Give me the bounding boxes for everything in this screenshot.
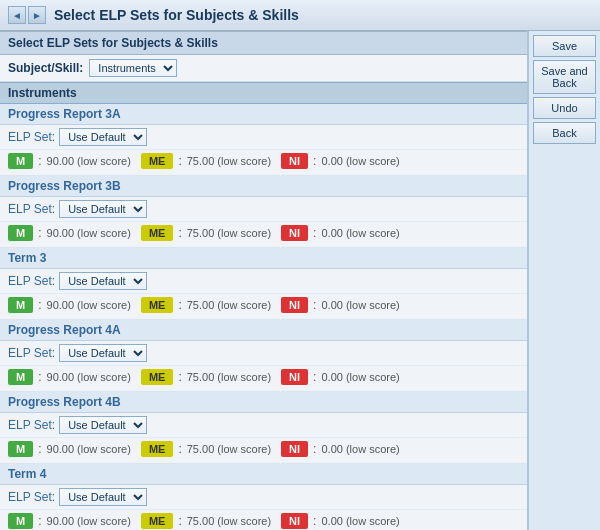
badge-m-report-4b: M (8, 441, 33, 457)
score-row-report-4a: M:90.00 (low score)ME:75.00 (low score)N… (0, 366, 527, 392)
score-row-report-3a: M:90.00 (low score)ME:75.00 (low score)N… (0, 150, 527, 176)
score-val-m-report-4a: 90.00 (low score) (47, 371, 131, 383)
left-panel: Select ELP Sets for Subjects & Skills Su… (0, 31, 528, 530)
forward-arrow[interactable]: ► (28, 6, 46, 24)
elp-set-row-report-3b: ELP Set: Use Default (0, 197, 527, 222)
elp-set-label-term-3: ELP Set: (8, 274, 55, 288)
badge-ni-term-4: NI (281, 513, 308, 529)
save-and-back-button[interactable]: Save andBack (533, 60, 596, 94)
report-header-term-3: Term 3 (0, 248, 527, 269)
score-val-ni-report-4b: 0.00 (low score) (321, 443, 399, 455)
score-val-ni-report-4a: 0.00 (low score) (321, 371, 399, 383)
subject-skill-select[interactable]: Instruments (89, 59, 177, 77)
elp-set-select-term-4[interactable]: Use Default (59, 488, 147, 506)
score-row-term-4: M:90.00 (low score)ME:75.00 (low score)N… (0, 510, 527, 530)
score-val-m-report-3b: 90.00 (low score) (47, 227, 131, 239)
badge-me-report-3b: ME (141, 225, 174, 241)
report-header-report-3b: Progress Report 3B (0, 176, 527, 197)
elp-set-select-report-3b[interactable]: Use Default (59, 200, 147, 218)
subject-skill-row: Subject/Skill: Instruments (0, 55, 527, 82)
score-val-m-term-3: 90.00 (low score) (47, 299, 131, 311)
score-val-me-report-3a: 75.00 (low score) (187, 155, 271, 167)
score-val-m-report-3a: 90.00 (low score) (47, 155, 131, 167)
elp-set-select-term-3[interactable]: Use Default (59, 272, 147, 290)
report-header-report-3a: Progress Report 3A (0, 104, 527, 125)
score-val-me-report-4a: 75.00 (low score) (187, 371, 271, 383)
elp-set-label-report-3a: ELP Set: (8, 130, 55, 144)
elp-set-label-report-3b: ELP Set: (8, 202, 55, 216)
back-arrow[interactable]: ◄ (8, 6, 26, 24)
elp-set-select-report-4a[interactable]: Use Default (59, 344, 147, 362)
report-header-term-4: Term 4 (0, 464, 527, 485)
score-val-ni-term-4: 0.00 (low score) (321, 515, 399, 527)
save-button[interactable]: Save (533, 35, 596, 57)
badge-me-term-3: ME (141, 297, 174, 313)
main-container: Select ELP Sets for Subjects & Skills Su… (0, 31, 600, 530)
title-bar: ◄ ► Select ELP Sets for Subjects & Skill… (0, 0, 600, 31)
score-val-me-report-3b: 75.00 (low score) (187, 227, 271, 239)
score-val-ni-term-3: 0.00 (low score) (321, 299, 399, 311)
elp-set-label-report-4b: ELP Set: (8, 418, 55, 432)
badge-ni-report-3b: NI (281, 225, 308, 241)
elp-set-row-term-4: ELP Set: Use Default (0, 485, 527, 510)
section-header: Instruments (0, 82, 527, 104)
report-header-report-4b: Progress Report 4B (0, 392, 527, 413)
badge-me-report-3a: ME (141, 153, 174, 169)
score-val-m-term-4: 90.00 (low score) (47, 515, 131, 527)
badge-m-report-3b: M (8, 225, 33, 241)
right-panel: Save Save andBack Undo Back (528, 31, 600, 530)
score-val-me-term-3: 75.00 (low score) (187, 299, 271, 311)
elp-set-row-report-4b: ELP Set: Use Default (0, 413, 527, 438)
elp-set-row-term-3: ELP Set: Use Default (0, 269, 527, 294)
badge-ni-report-4a: NI (281, 369, 308, 385)
badge-me-report-4a: ME (141, 369, 174, 385)
elp-set-select-report-3a[interactable]: Use Default (59, 128, 147, 146)
score-row-report-4b: M:90.00 (low score)ME:75.00 (low score)N… (0, 438, 527, 464)
badge-m-term-3: M (8, 297, 33, 313)
badge-ni-report-4b: NI (281, 441, 308, 457)
scroll-area: Instruments Progress Report 3A ELP Set: … (0, 82, 527, 530)
elp-set-label-term-4: ELP Set: (8, 490, 55, 504)
score-val-me-term-4: 75.00 (low score) (187, 515, 271, 527)
reports-container: Progress Report 3A ELP Set: Use Default … (0, 104, 527, 530)
back-button[interactable]: Back (533, 122, 596, 144)
score-val-ni-report-3a: 0.00 (low score) (321, 155, 399, 167)
badge-me-term-4: ME (141, 513, 174, 529)
subject-skill-label: Subject/Skill: (8, 61, 83, 75)
badge-m-report-3a: M (8, 153, 33, 169)
badge-m-report-4a: M (8, 369, 33, 385)
page-title: Select ELP Sets for Subjects & Skills (54, 7, 299, 23)
score-row-report-3b: M:90.00 (low score)ME:75.00 (low score)N… (0, 222, 527, 248)
undo-button[interactable]: Undo (533, 97, 596, 119)
elp-set-label-report-4a: ELP Set: (8, 346, 55, 360)
elp-set-select-report-4b[interactable]: Use Default (59, 416, 147, 434)
badge-ni-term-3: NI (281, 297, 308, 313)
score-row-term-3: M:90.00 (low score)ME:75.00 (low score)N… (0, 294, 527, 320)
report-header-report-4a: Progress Report 4A (0, 320, 527, 341)
badge-m-term-4: M (8, 513, 33, 529)
badge-me-report-4b: ME (141, 441, 174, 457)
score-val-m-report-4b: 90.00 (low score) (47, 443, 131, 455)
score-val-ni-report-3b: 0.00 (low score) (321, 227, 399, 239)
nav-arrows: ◄ ► (8, 6, 46, 24)
badge-ni-report-3a: NI (281, 153, 308, 169)
panel-header: Select ELP Sets for Subjects & Skills (0, 31, 527, 55)
score-val-me-report-4b: 75.00 (low score) (187, 443, 271, 455)
elp-set-row-report-4a: ELP Set: Use Default (0, 341, 527, 366)
elp-set-row-report-3a: ELP Set: Use Default (0, 125, 527, 150)
